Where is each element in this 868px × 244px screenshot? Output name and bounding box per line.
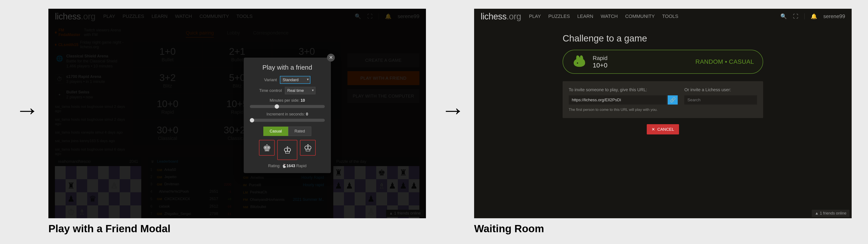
modal-backdrop[interactable] bbox=[49, 9, 426, 218]
color-black-button[interactable]: ♚ bbox=[259, 140, 275, 156]
minutes-slider[interactable] bbox=[250, 105, 325, 108]
copy-url-button[interactable]: 🔗 bbox=[668, 96, 678, 105]
nav-community[interactable]: COMMUNITY bbox=[625, 13, 655, 19]
screenshot-waiting-room: lichess.org PLAY PUZZLES LEARN WATCH COM… bbox=[474, 9, 851, 218]
rating-line: Rating: 🐇1643 Rapid bbox=[250, 163, 325, 168]
invite-hint: The first person to come to this URL wil… bbox=[569, 108, 678, 112]
increment-value: 0 bbox=[306, 112, 308, 116]
nav-learn[interactable]: LEARN bbox=[577, 13, 593, 19]
nav-puzzles[interactable]: PUZZLES bbox=[548, 13, 570, 19]
link-icon: 🔗 bbox=[670, 97, 676, 103]
caption-modal: Play with a Friend Modal bbox=[49, 223, 170, 235]
friends-online[interactable]: ▲ 1 friends online bbox=[812, 210, 849, 217]
search-icon[interactable]: 🔍 bbox=[780, 13, 787, 20]
close-icon[interactable]: ✕ bbox=[327, 54, 335, 61]
timecontrol-select[interactable]: Real time bbox=[285, 87, 315, 94]
increment-slider[interactable] bbox=[250, 119, 325, 122]
challenge-tags: RANDOM•CASUAL bbox=[695, 58, 754, 65]
challenge-page: Challenge to a game Rapid 10+0 RANDOM•CA… bbox=[474, 24, 851, 218]
color-random-button[interactable]: ♔ bbox=[277, 140, 297, 160]
main-nav: PLAY PUZZLES LEARN WATCH COMMUNITY TOOLS bbox=[529, 13, 678, 19]
rabbit-icon: 🐇 bbox=[282, 164, 286, 168]
casual-button[interactable]: Casual bbox=[263, 127, 288, 136]
bell-icon[interactable]: 🔔 bbox=[811, 13, 817, 20]
brand[interactable]: lichess.org bbox=[480, 11, 521, 21]
topbar: lichess.org PLAY PUZZLES LEARN WATCH COM… bbox=[474, 9, 851, 24]
nav-watch[interactable]: WATCH bbox=[601, 13, 618, 19]
topbar-right: 🔍 ⛶ 🔔 serene99 bbox=[780, 13, 845, 20]
screenshot-play-modal: lichess.org PLAY PUZZLES LEARN WATCH COM… bbox=[49, 9, 426, 218]
timecontrol-label: Time control bbox=[259, 88, 282, 93]
increment-label: Increment in seconds: bbox=[267, 112, 305, 116]
cancel-label: CANCEL bbox=[657, 127, 674, 132]
flow-arrow-2: → bbox=[441, 96, 465, 124]
minutes-value: 10 bbox=[301, 98, 305, 103]
time-control: 10+0 bbox=[593, 61, 608, 69]
play-friend-modal: ✕ Play with a friend Variant Standard Ti… bbox=[244, 58, 331, 173]
page-title: Challenge to a game bbox=[563, 33, 763, 44]
rated-button[interactable]: Rated bbox=[288, 127, 311, 136]
color-picker: ♚ ♔ ♔ bbox=[250, 140, 325, 160]
rabbit-icon bbox=[572, 54, 587, 70]
color-white-button[interactable]: ♔ bbox=[300, 140, 316, 156]
brand-name: lichess bbox=[480, 11, 506, 21]
nav-play[interactable]: PLAY bbox=[529, 13, 541, 19]
or-invite-label: Or invite a Lichess user: bbox=[684, 87, 757, 92]
user-search-input[interactable] bbox=[684, 96, 757, 105]
challenge-url-input[interactable] bbox=[569, 96, 666, 105]
variant-select[interactable]: Standard bbox=[280, 76, 310, 84]
caption-waiting: Waiting Room bbox=[474, 223, 544, 235]
modal-title: Play with a friend bbox=[250, 64, 325, 71]
close-icon: ✕ bbox=[652, 127, 655, 132]
cancel-button[interactable]: ✕CANCEL bbox=[647, 124, 679, 134]
variant-label: Variant bbox=[264, 78, 277, 82]
nav-tools[interactable]: TOOLS bbox=[662, 13, 678, 19]
username[interactable]: serene99 bbox=[823, 13, 845, 20]
challenge-body: To invite someone to play, give this URL… bbox=[563, 81, 763, 118]
fullscreen-icon[interactable]: ⛶ bbox=[793, 13, 798, 20]
brand-suffix: .org bbox=[506, 11, 521, 21]
flow-arrow-1: → bbox=[15, 96, 39, 124]
separator bbox=[804, 13, 805, 20]
invite-label: To invite someone to play, give this URL… bbox=[569, 87, 678, 92]
challenge-banner: Rapid 10+0 RANDOM•CASUAL bbox=[563, 50, 763, 74]
minutes-label: Minutes per side: bbox=[270, 98, 300, 103]
speed-name: Rapid bbox=[593, 55, 608, 61]
mode-toggle: Casual Rated bbox=[250, 127, 325, 136]
